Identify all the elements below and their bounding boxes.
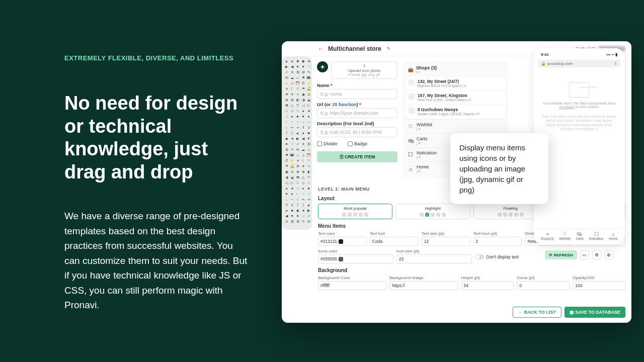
field-input[interactable]: https://	[389, 281, 458, 290]
palette-icon[interactable]: ◇	[301, 180, 305, 185]
palette-icon[interactable]: ★	[301, 208, 305, 213]
palette-icon[interactable]: ◐	[306, 169, 311, 174]
palette-icon[interactable]: →	[301, 192, 305, 196]
palette-icon[interactable]: ⤵	[290, 131, 294, 135]
palette-icon[interactable]: ◓	[295, 175, 300, 179]
palette-icon[interactable]: ▽	[306, 175, 311, 179]
field-input[interactable]: #555555	[318, 254, 393, 263]
palette-icon[interactable]: ▲	[306, 203, 311, 207]
palette-icon[interactable]: □	[284, 109, 289, 113]
palette-icon[interactable]: ✎	[301, 219, 305, 224]
palette-icon[interactable]: ⤵	[301, 203, 305, 207]
palette-icon[interactable]: ⤴	[295, 203, 300, 207]
field-input[interactable]: 2	[473, 237, 522, 246]
phone-tab[interactable]: ♡Wishlist	[559, 231, 570, 240]
palette-icon[interactable]: ♣	[295, 114, 300, 119]
palette-icon[interactable]: ⚡	[290, 158, 294, 163]
palette-icon[interactable]: ▲	[284, 59, 289, 63]
palette-icon[interactable]: ▼	[290, 214, 294, 218]
phone-tab[interactable]: 🛍Carts	[576, 231, 584, 240]
palette-icon[interactable]: ●	[301, 109, 305, 113]
palette-icon[interactable]: ✈	[290, 92, 294, 97]
palette-icon[interactable]: ↕	[295, 197, 300, 202]
palette-icon[interactable]: ⛳	[306, 86, 311, 91]
palette-icon[interactable]: ↔	[290, 197, 294, 202]
palette-icon[interactable]: ◀	[301, 136, 305, 141]
shop-item[interactable]: 167, My Street, KingstonNew York 12401, …	[406, 91, 505, 104]
palette-icon[interactable]: ⚡	[306, 81, 311, 85]
palette-icon[interactable]: ⏱	[301, 81, 305, 85]
field-input[interactable]: 0	[517, 281, 570, 290]
palette-icon[interactable]: ◀	[284, 214, 289, 218]
field-input[interactable]: 100	[573, 281, 625, 290]
field-input[interactable]: #212121	[318, 237, 367, 246]
palette-icon[interactable]: ⊗	[290, 98, 294, 102]
field-input[interactable]: 54	[461, 281, 514, 290]
palette-icon[interactable]: ○	[295, 109, 300, 113]
palette-icon[interactable]: ◁	[301, 103, 305, 108]
palette-icon[interactable]: ⌖	[306, 164, 311, 168]
palette-icon[interactable]: ◁	[284, 180, 289, 185]
palette-icon[interactable]: △	[301, 175, 305, 179]
palette-icon[interactable]: ◇	[290, 109, 294, 113]
palette-icon[interactable]: ✓	[284, 70, 289, 74]
palette-icon[interactable]: ♥	[301, 114, 305, 119]
phone-tab[interactable]: ⌂Home	[609, 231, 617, 240]
palette-icon[interactable]: ✕	[284, 219, 289, 224]
palette-icon[interactable]: ★	[306, 59, 311, 63]
palette-icon[interactable]: ⚑	[301, 75, 305, 80]
palette-icon[interactable]: ☂	[284, 164, 289, 168]
layout-option[interactable]: Highlight	[395, 204, 470, 219]
palette-icon[interactable]: ♡	[290, 142, 294, 146]
palette-icon[interactable]: ◑	[301, 98, 305, 102]
save-to-database-button[interactable]: ▣ SAVE TO DATABASE	[565, 307, 625, 318]
palette-icon[interactable]: ☁	[290, 75, 294, 80]
palette-icon[interactable]: ♫	[301, 153, 305, 157]
palette-icon[interactable]: ♪	[295, 153, 300, 157]
palette-icon[interactable]: ☾	[301, 158, 305, 163]
palette-icon[interactable]: ↑	[295, 120, 300, 124]
palette-icon[interactable]: ♦	[290, 192, 294, 196]
palette-icon[interactable]: ⇑	[284, 203, 289, 207]
palette-icon[interactable]: ♫	[290, 81, 294, 85]
palette-icon[interactable]: ☰	[306, 142, 311, 146]
create-item-button[interactable]: ☰ CREATE ITEM	[317, 151, 397, 162]
palette-icon[interactable]: ⚐	[295, 86, 300, 91]
palette-icon[interactable]: ♥	[284, 192, 289, 196]
palette-icon[interactable]: ●	[290, 59, 294, 63]
palette-icon[interactable]: ★	[290, 186, 294, 191]
palette-icon[interactable]: ↓	[284, 197, 289, 202]
palette-icon[interactable]: ✓	[306, 214, 311, 218]
palette-icon[interactable]: ♪	[284, 81, 289, 85]
palette-icon[interactable]: ⌂	[306, 147, 311, 152]
palette-icon[interactable]: ◀	[290, 64, 294, 69]
palette-icon[interactable]: ◑	[284, 175, 289, 179]
palette-icon[interactable]: ↕	[284, 125, 289, 130]
palette-icon[interactable]: ☆	[284, 114, 289, 119]
palette-icon[interactable]: ✕	[301, 142, 305, 146]
palette-icon[interactable]: ☾	[290, 86, 294, 91]
add-icon-button[interactable]: +	[317, 61, 328, 72]
palette-icon[interactable]: ▼	[295, 64, 300, 69]
palette-icon[interactable]: ✎	[290, 147, 294, 152]
palette-icon[interactable]: ●	[284, 208, 289, 213]
palette-icon[interactable]: ♠	[301, 186, 305, 191]
palette-icon[interactable]: ⊕	[295, 169, 300, 174]
desktop-view-button[interactable]: ▭	[580, 250, 589, 259]
palette-icon[interactable]: ☂	[301, 86, 305, 91]
menu-item[interactable]: ♡Wishlist| #	[406, 119, 505, 133]
palette-icon[interactable]: ✓	[295, 142, 300, 146]
divider-checkbox[interactable]: Divider	[317, 141, 338, 146]
palette-icon[interactable]: ⇒	[295, 125, 300, 130]
palette-icon[interactable]: ◆	[284, 136, 289, 141]
palette-icon[interactable]: ◆	[301, 59, 305, 63]
phone-tab[interactable]: ☐Notication	[589, 231, 604, 240]
toggle-display-text[interactable]	[475, 254, 484, 259]
palette-icon[interactable]: ←	[284, 120, 289, 124]
palette-icon[interactable]: ▼	[306, 136, 311, 141]
palette-icon[interactable]: ⇓	[306, 125, 311, 130]
field-input[interactable]: #ffffff	[318, 281, 386, 290]
field-input[interactable]: 22	[396, 254, 472, 263]
palette-icon[interactable]: ⚙	[301, 70, 305, 74]
palette-icon[interactable]: ⤴	[284, 131, 289, 135]
